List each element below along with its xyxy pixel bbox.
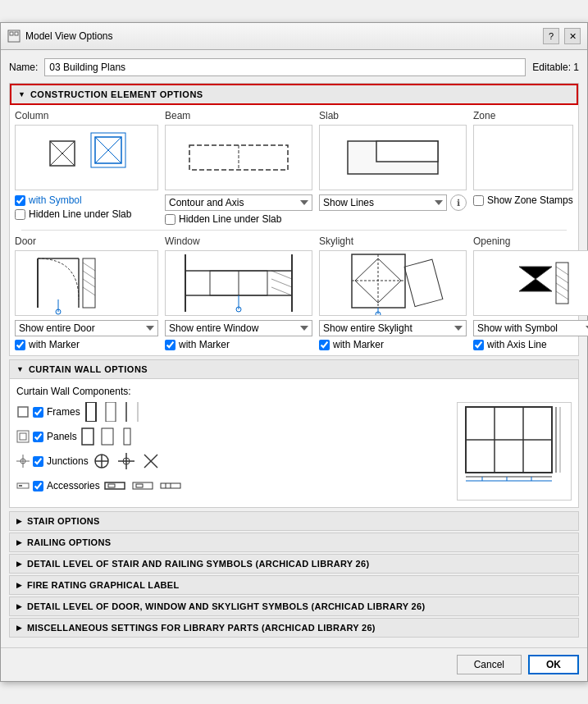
accessories-component-icon [16, 479, 30, 492]
skylight-marker-checkbox[interactable] [319, 340, 330, 350]
svg-rect-74 [136, 484, 143, 487]
fire-rating-title: FIRE RATING GRAPHICAL LABEL [27, 580, 180, 590]
slab-group: Slab Show Lines Show Surface Hide [319, 110, 467, 225]
railing-options-section[interactable]: ▶ RAILING OPTIONS [9, 533, 579, 552]
zone-group: Zone Show Zone Stamps [473, 110, 573, 225]
with-symbol-label: with Symbol [29, 194, 82, 206]
window-dropdown[interactable]: Show entire Window Show Symbol Hide [165, 320, 312, 336]
help-button[interactable]: ? [543, 28, 559, 44]
svg-rect-48 [18, 407, 28, 417]
svg-rect-54 [20, 433, 26, 440]
door-preview [15, 250, 158, 316]
skylight-preview [319, 250, 467, 316]
junctions-symbols [92, 451, 449, 471]
svg-line-31 [271, 279, 292, 287]
svg-rect-2 [15, 32, 18, 35]
opening-dropdown[interactable]: Show with Symbol Show Lines Hide [473, 320, 588, 336]
name-label: Name: [9, 62, 38, 73]
column-hidden-line-label: Hidden Line under Slab [29, 208, 131, 220]
construction-chevron-icon: ▼ [18, 90, 25, 98]
column-hidden-line-checkbox[interactable] [15, 209, 25, 220]
junctions-checkbox[interactable] [33, 456, 43, 467]
beam-dropdown[interactable]: Contour and Axis Contour only Axis only [165, 194, 312, 211]
svg-rect-55 [82, 428, 93, 445]
svg-line-19 [83, 271, 95, 279]
fire-rating-section[interactable]: ▶ FIRE RATING GRAPHICAL LABEL [9, 575, 579, 595]
svg-line-20 [83, 279, 95, 287]
beam-label: Beam [165, 110, 312, 121]
frames-label: Frames [47, 406, 80, 418]
curtain-chevron-icon: ▼ [16, 365, 24, 373]
zone-label: Zone [473, 110, 573, 121]
name-input[interactable] [44, 58, 526, 76]
svg-rect-57 [124, 428, 130, 445]
svg-rect-56 [102, 428, 113, 445]
svg-line-46 [556, 283, 568, 291]
show-zone-stamps-checkbox[interactable] [473, 195, 484, 206]
beam-hidden-line-row: Hidden Line under Slab [165, 213, 312, 225]
panels-symbols [80, 427, 449, 446]
skylight-group: Skylight [319, 235, 467, 350]
window-preview [165, 250, 312, 316]
svg-rect-1 [10, 32, 13, 35]
door-dropdown[interactable]: Show entire Door Show Symbol Hide [15, 320, 158, 336]
door-window-skylight-section[interactable]: ▶ DETAIL LEVEL OF DOOR, WINDOW AND SKYLI… [9, 597, 579, 616]
stair-railing-symbols-section[interactable]: ▶ DETAIL LEVEL OF STAIR AND RAILING SYMB… [9, 554, 579, 574]
column-label: Column [15, 110, 158, 121]
construction-section-header[interactable]: ▼ CONSTRUCTION ELEMENT OPTIONS [10, 84, 578, 105]
opening-axis-checkbox[interactable] [473, 340, 484, 350]
svg-line-44 [556, 267, 568, 275]
slab-info-button[interactable]: ℹ [450, 194, 467, 211]
opening-group: Opening [473, 235, 588, 350]
svg-line-32 [271, 287, 292, 295]
svg-rect-70 [19, 485, 22, 487]
stair-options-section[interactable]: ▶ STAIR OPTIONS [9, 511, 579, 531]
curtain-preview [457, 402, 572, 501]
frames-component-icon [16, 405, 30, 418]
svg-line-30 [271, 271, 292, 279]
frames-symbols [84, 402, 449, 422]
beam-group: Beam Contour and Axis Contour only Axis … [165, 110, 312, 225]
dialog-model-view-options: Model View Options ? ✕ Name: Editable: 1… [0, 22, 588, 682]
accessories-checkbox[interactable] [33, 481, 43, 491]
curtain-accessories-row: Accessories [16, 476, 449, 496]
miscellaneous-section[interactable]: ▶ MISCELLANEOUS SETTINGS FOR LIBRARY PAR… [9, 618, 579, 638]
beam-preview [165, 125, 312, 190]
door-label: Door [15, 235, 158, 247]
show-zone-stamps-row: Show Zone Stamps [473, 194, 573, 206]
door-window-skylight-chevron-icon: ▶ [16, 602, 22, 610]
accessories-symbols [103, 476, 449, 496]
app-icon [7, 30, 21, 43]
ok-button[interactable]: OK [528, 655, 579, 674]
curtain-content: Curtain Wall Components: Frames [10, 379, 578, 507]
svg-rect-53 [17, 431, 29, 442]
cancel-button[interactable]: Cancel [457, 655, 522, 674]
svg-line-18 [83, 263, 95, 271]
with-symbol-checkbox[interactable] [15, 195, 25, 206]
opening-axis-label: with Axis Line [487, 339, 547, 350]
close-button[interactable]: ✕ [564, 28, 581, 44]
panels-checkbox[interactable] [33, 432, 43, 442]
door-marker-row: with Marker [15, 339, 158, 350]
frames-checkbox[interactable] [33, 407, 43, 418]
skylight-dropdown[interactable]: Show entire Skylight Show Symbol Hide [319, 320, 467, 336]
svg-rect-43 [556, 263, 568, 304]
door-marker-checkbox[interactable] [15, 340, 25, 350]
beam-hidden-line-checkbox[interactable] [165, 214, 175, 225]
column-group: Column [15, 110, 158, 225]
svg-line-21 [83, 287, 95, 295]
railing-section-title: RAILING OPTIONS [27, 537, 111, 547]
editable-label: Editable: 1 [532, 62, 579, 73]
door-marker-label: with Marker [29, 339, 80, 350]
svg-rect-49 [86, 402, 96, 422]
door-window-skylight-title: DETAIL LEVEL OF DOOR, WINDOW AND SKYLIGH… [27, 601, 425, 611]
show-zone-stamps-label: Show Zone Stamps [487, 194, 573, 206]
panels-label: Panels [47, 431, 77, 442]
railing-chevron-icon: ▶ [16, 538, 22, 546]
miscellaneous-title: MISCELLANEOUS SETTINGS FOR LIBRARY PARTS… [27, 623, 376, 633]
accessories-label: Accessories [47, 480, 100, 491]
curtain-section-header[interactable]: ▼ CURTAIN WALL OPTIONS [10, 360, 578, 379]
column-hidden-line-row: Hidden Line under Slab [15, 208, 158, 220]
window-marker-checkbox[interactable] [165, 340, 175, 350]
slab-dropdown[interactable]: Show Lines Show Surface Hide [319, 194, 447, 211]
